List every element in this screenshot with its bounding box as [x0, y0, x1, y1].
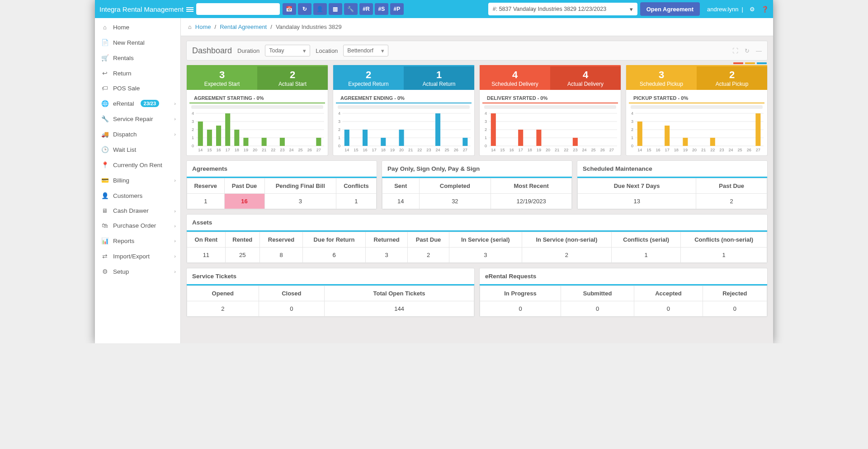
chevron-right-icon: › [174, 238, 176, 243]
table-cell[interactable]: 3 [449, 248, 522, 263]
chevron-right-icon: › [174, 223, 176, 229]
sidebar-icon: 🔧 [101, 115, 108, 122]
table-cell[interactable]: 0 [703, 301, 767, 317]
kpi-left[interactable]: 2 Expected Return [333, 66, 404, 90]
table-cell[interactable]: 0 [634, 301, 703, 317]
kpi-right[interactable]: 2 Actual Pickup [697, 66, 767, 90]
sidebar-item-label: eRental [113, 100, 134, 107]
sidebar-item-service-repair[interactable]: 🔧Service Repair› [95, 111, 180, 126]
crumb-home[interactable]: Home [195, 23, 211, 30]
kpi-left-value: 4 [480, 69, 550, 81]
table-cell[interactable]: 14 [382, 194, 420, 209]
table-cell[interactable]: 25 [225, 248, 259, 263]
sidebar-item-new-rental[interactable]: 📄New Rental [95, 35, 180, 50]
table-cell[interactable]: 32 [419, 194, 491, 209]
col-header: Most Recent [491, 178, 572, 194]
table-cell[interactable]: 3 [365, 248, 407, 263]
expand-icon[interactable]: ⛶ [732, 47, 738, 54]
table-cell[interactable]: 2 [696, 194, 767, 209]
toolbar-button-4[interactable]: 🔧 [344, 3, 358, 15]
svg-text:27: 27 [316, 148, 321, 152]
toolbar-button-3[interactable]: ▥ [329, 3, 342, 15]
table-cell[interactable]: 0 [561, 301, 634, 317]
sidebar-item-currently-on-rent[interactable]: 📍Currently On Rent [95, 157, 180, 173]
sidebar-item-rentals[interactable]: 🛒Rentals [95, 50, 180, 65]
sidebar-item-dispatch[interactable]: 🚚Dispatch› [95, 126, 180, 142]
table-cell[interactable]: 1 [187, 194, 225, 209]
home-icon[interactable]: ⌂ [188, 23, 192, 30]
gear-icon[interactable]: ⚙ [750, 6, 755, 13]
table-cell[interactable]: 8 [259, 248, 302, 263]
table-cell[interactable]: 3 [264, 194, 336, 209]
svg-text:19: 19 [390, 148, 395, 152]
kpi-right-value: 2 [257, 69, 328, 81]
table-cell[interactable]: 1 [612, 248, 681, 263]
table-cell[interactable]: 6 [303, 248, 366, 263]
kpi-left[interactable]: 3 Scheduled Pickup [626, 66, 697, 90]
sidebar-item-return[interactable]: ↩Return [95, 65, 180, 81]
col-header: Reserved [259, 232, 302, 248]
sidebar-item-customers[interactable]: 👤Customers [95, 188, 180, 203]
table-cell[interactable]: 2 [408, 248, 449, 263]
search-input[interactable] [196, 3, 280, 15]
sidebar-item-home[interactable]: ⌂Home [95, 20, 180, 35]
accent-stripe [733, 62, 743, 64]
sidebar-item-setup[interactable]: ⚙Setup› [95, 264, 180, 279]
kpi-right[interactable]: 4 Actual Delivery [550, 66, 621, 90]
sidebar-item-reports[interactable]: 📊Reports› [95, 233, 180, 248]
location-select[interactable]: Bettendorf [343, 45, 388, 56]
breadcrumb: ⌂ Home / Rental Agreement / Vandalay Ind… [181, 18, 773, 36]
col-header: Submitted [561, 286, 634, 301]
sidebar-item-purchase-order[interactable]: 🛍Purchase Order› [95, 218, 180, 233]
table-cell[interactable]: 1 [336, 194, 376, 209]
table-cell[interactable]: 0 [259, 301, 325, 317]
sidebar-icon: 📊 [101, 237, 108, 244]
hamburger-icon[interactable] [186, 6, 193, 12]
table-cell[interactable]: 1 [681, 248, 767, 263]
table-cell[interactable]: 13 [578, 194, 696, 209]
svg-rect-15 [243, 138, 248, 146]
open-agreement-button[interactable]: Open Agreement [640, 2, 700, 16]
svg-text:19: 19 [537, 148, 541, 152]
sidebar-icon: ⚙ [101, 268, 108, 275]
toolbar-button-1[interactable]: ↻ [298, 3, 311, 15]
table-cell[interactable]: 144 [325, 301, 474, 317]
minimize-icon[interactable]: — [756, 47, 762, 54]
toolbar-button-0[interactable]: 📅 [283, 3, 296, 15]
help-icon[interactable]: ❓ [761, 6, 769, 13]
kpi-right[interactable]: 1 Actual Return [404, 66, 474, 90]
svg-text:17: 17 [665, 148, 670, 152]
kpi-right[interactable]: 2 Actual Start [257, 66, 328, 90]
svg-rect-23 [316, 138, 321, 146]
svg-text:20: 20 [546, 148, 550, 152]
assets-panel: Assets On RentRentedReservedDue for Retu… [186, 214, 768, 263]
toolbar-button-5[interactable]: #R [359, 3, 373, 15]
refresh-icon[interactable]: ↻ [745, 47, 750, 54]
kpi-progress [631, 105, 763, 109]
svg-text:18: 18 [235, 148, 239, 152]
table-cell[interactable]: 12/19/2023 [491, 194, 572, 209]
agreement-select[interactable]: #: 5837 Vandalay Industries 3829 12/23/2… [488, 3, 637, 15]
duration-select[interactable]: Today [265, 45, 310, 56]
table-cell[interactable]: 2 [522, 248, 611, 263]
col-header: Past Due [696, 178, 767, 194]
crumb-rental-agreement[interactable]: Rental Agreement [220, 23, 267, 30]
table-cell[interactable]: 0 [480, 301, 561, 317]
table-cell[interactable]: 16 [224, 194, 264, 209]
kpi-left[interactable]: 3 Expected Start [187, 66, 257, 90]
sidebar-item-billing[interactable]: 💳Billing› [95, 173, 180, 188]
sidebar-item-cash-drawer[interactable]: 🖥Cash Drawer› [95, 203, 180, 218]
table-cell[interactable]: 2 [187, 301, 259, 317]
sidebar-item-import-export[interactable]: ⇄Import/Export› [95, 248, 180, 264]
sidebar-item-pos-sale[interactable]: 🏷POS Sale [95, 81, 180, 96]
sidebar-icon: ↩ [101, 70, 108, 77]
toolbar-button-7[interactable]: #P [390, 3, 404, 15]
toolbar-button-6[interactable]: #S [375, 3, 388, 15]
sidebar-item-wait-list[interactable]: 🕒Wait List [95, 142, 180, 157]
sidebar-item-erental[interactable]: 🌐eRental23/23› [95, 96, 180, 111]
svg-text:25: 25 [738, 148, 742, 152]
kpi-card-3: 3 Scheduled Pickup 2 Actual Pickup PICKU… [626, 65, 768, 156]
table-cell[interactable]: 11 [187, 248, 226, 263]
toolbar-button-2[interactable]: 👤 [313, 3, 327, 15]
kpi-left[interactable]: 4 Scheduled Delivery [480, 66, 550, 90]
